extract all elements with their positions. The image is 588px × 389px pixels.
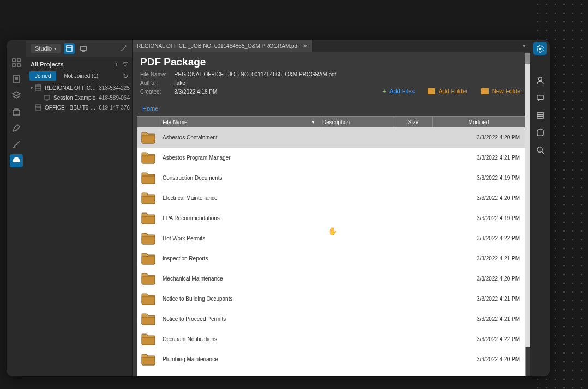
tree-item-label: Session Example <box>53 95 97 101</box>
row-modified: 3/3/2022 4:19 PM <box>433 175 525 181</box>
project-tree: ▾REGIONAL OFFICE TER...313-534-225Sessio… <box>26 81 132 114</box>
wand-icon[interactable] <box>120 45 128 52</box>
stack-icon[interactable] <box>533 108 547 121</box>
tree-item[interactable]: Session Example418-589-064 <box>26 93 132 102</box>
scroll-thumb[interactable] <box>525 53 530 64</box>
cloud-icon[interactable] <box>10 154 23 167</box>
created-value: 3/3/2022 4:18 PM <box>174 88 336 96</box>
app-window: Studio▾ All Projects + ▽ Joined Not Join… <box>7 40 550 376</box>
filename-label: File Name: <box>140 70 166 79</box>
studio-sidebar: Studio▾ All Projects + ▽ Joined Not Join… <box>26 40 133 376</box>
table-row[interactable]: Mechanical Maintenance3/3/2022 4:20 PM <box>137 269 525 289</box>
svg-rect-23 <box>537 112 543 114</box>
col-icon[interactable] <box>137 117 159 127</box>
table-row[interactable]: Asbestos Containment3/3/2022 4:20 PM <box>137 127 525 148</box>
col-description[interactable]: Description <box>319 117 394 127</box>
table-row[interactable]: Asbestos Program Manager3/3/2022 4:21 PM <box>137 148 525 168</box>
folder-icon <box>137 252 159 265</box>
tree-item-icon <box>35 104 43 111</box>
folder-icon <box>137 212 159 225</box>
new-folder-label: New Folder <box>492 88 523 94</box>
table-row[interactable]: Hot Work Permits3/3/2022 4:22 PM <box>137 228 525 248</box>
svg-marker-7 <box>13 92 20 96</box>
table-row[interactable]: Occupant Notifications3/3/2022 4:22 PM <box>137 329 525 349</box>
col-filename[interactable]: File Name▼ <box>159 117 319 127</box>
package-metadata: File Name: Author: Created: REGIONAL OFF… <box>133 70 530 100</box>
table-row[interactable]: Plumbing Maintenance3/3/2022 4:20 PM <box>137 349 525 369</box>
folder-icon <box>137 151 159 165</box>
col-size[interactable]: Size <box>394 117 433 127</box>
tree-item[interactable]: OFFICE - BBU T5 Job No...619-147-376 <box>26 102 132 112</box>
user-icon[interactable] <box>533 74 547 87</box>
row-name: Inspection Reports <box>159 256 319 262</box>
row-modified: 3/3/2022 4:19 PM <box>433 215 525 221</box>
tab-joined[interactable]: Joined <box>29 71 56 81</box>
left-icon-rail <box>7 40 26 376</box>
tree-item-number: 313-534-225 <box>99 85 130 91</box>
scrollbar[interactable] <box>525 53 530 347</box>
folder-icon <box>137 293 159 306</box>
search-icon[interactable] <box>533 143 547 156</box>
folder-table: File Name▼ Description Size Modified Asb… <box>137 116 526 376</box>
add-files-link[interactable]: +Add Files <box>383 88 415 94</box>
edit-icon[interactable] <box>10 121 23 135</box>
tree-item-label: REGIONAL OFFICE TER... <box>45 85 97 91</box>
sort-icon: ▼ <box>311 120 315 125</box>
add-project-icon[interactable]: + <box>115 60 118 68</box>
table-row[interactable]: Inspection Reports3/3/2022 4:21 PM <box>137 248 525 269</box>
svg-rect-25 <box>537 117 543 118</box>
folder-icon <box>137 333 159 346</box>
table-row[interactable]: Notice to Proceed Permits3/3/2022 4:21 P… <box>137 309 525 329</box>
comment-icon[interactable] <box>533 91 547 104</box>
table-header: File Name▼ Description Size Modified <box>137 117 525 127</box>
tree-item-label: OFFICE - BBU T5 Job No... <box>45 105 97 111</box>
gear-icon[interactable] <box>533 42 547 55</box>
folder-icon <box>137 313 159 326</box>
svg-rect-9 <box>67 46 72 51</box>
new-folder-link[interactable]: New Folder <box>481 88 523 94</box>
table-row[interactable]: EPA Recommendations3/3/2022 4:19 PM <box>137 208 525 228</box>
right-icon-rail <box>530 40 550 376</box>
studio-dropdown[interactable]: Studio▾ <box>31 44 61 53</box>
row-name: Plumbing Maintenance <box>159 356 319 362</box>
row-name: EPA Recommendations <box>159 215 319 221</box>
tab-overflow-icon[interactable]: ▾ <box>523 42 526 50</box>
refresh-icon[interactable]: ↻ <box>123 72 129 80</box>
view-mode-icon[interactable] <box>64 43 75 54</box>
tree-item[interactable]: ▾REGIONAL OFFICE TER...313-534-225 <box>26 83 132 93</box>
grid-icon[interactable] <box>10 56 23 69</box>
folder-icon <box>137 272 159 285</box>
tag-icon[interactable] <box>533 126 547 139</box>
table-row[interactable]: Notice to Building Occupants3/3/2022 4:2… <box>137 289 525 309</box>
svg-rect-0 <box>13 59 15 62</box>
tree-item-number: 418-589-064 <box>99 95 130 101</box>
folder-icon <box>137 172 159 185</box>
sidebar-header: All Projects + ▽ <box>26 57 132 71</box>
add-folder-link[interactable]: Add Folder <box>428 88 468 94</box>
file-tab[interactable]: REGIONAL OFFICE _JOB NO. 0011484865_O&M … <box>133 40 313 52</box>
monitor-icon[interactable] <box>78 43 89 54</box>
folder-icon <box>137 131 159 144</box>
measure-icon[interactable] <box>10 138 23 151</box>
file-tab-name: REGIONAL OFFICE _JOB NO. 0011484865_O&M … <box>137 43 299 49</box>
svg-rect-1 <box>17 59 20 62</box>
document-icon[interactable] <box>10 72 23 86</box>
svg-rect-11 <box>81 46 86 50</box>
col-modified[interactable]: Modified <box>433 117 525 127</box>
table-row[interactable]: Electrical Maintenance3/3/2022 4:20 PM <box>137 188 525 208</box>
row-name: Asbestos Containment <box>159 135 319 141</box>
add-files-label: Add Files <box>389 88 415 94</box>
add-folder-label: Add Folder <box>439 88 468 94</box>
filter-icon[interactable]: ▽ <box>123 60 128 68</box>
layers-icon[interactable] <box>10 89 23 102</box>
table-row[interactable]: Construction Documents3/3/2022 4:19 PM <box>137 168 525 188</box>
tab-not-joined[interactable]: Not Joined (1) <box>58 71 104 81</box>
sidebar-tabs: Joined Not Joined (1) ↻ <box>26 71 132 81</box>
close-tab-icon[interactable]: × <box>303 42 308 50</box>
tree-item-icon <box>35 84 43 91</box>
row-name: Mechanical Maintenance <box>159 276 319 282</box>
briefcase-icon[interactable] <box>10 105 23 118</box>
svg-rect-2 <box>13 64 15 66</box>
breadcrumb-home[interactable]: Home <box>142 105 158 112</box>
author-label: Author: <box>140 79 166 88</box>
